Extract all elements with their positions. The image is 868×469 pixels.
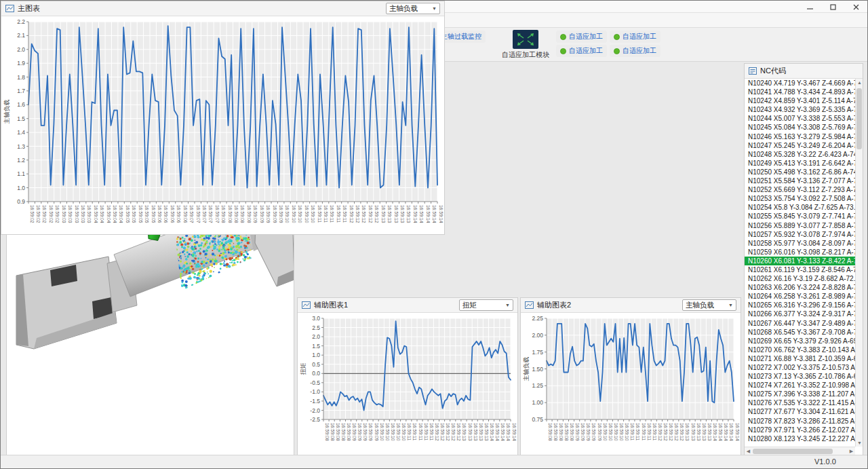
svg-text:16:59:08: 16:59:08 [325,423,330,441]
nc-line[interactable]: N10240 X4.719 Y-3.467 Z-4.669 A-76.396 [745,79,855,88]
nc-line[interactable]: N10271 X6.88 Y-3.381 Z-10.359 A-68.711 [745,354,855,363]
nc-line[interactable]: N10265 X6.316 Y-3.296 Z-9.156 A-71.771 [745,301,855,309]
line-chart-icon [5,5,14,12]
adaptive-badge[interactable]: 自适应加工 [610,31,660,43]
svg-text:16:59:14: 16:59:14 [512,423,517,441]
svg-text:16:59:12: 16:59:12 [679,423,684,441]
svg-text:16:59:10: 16:59:10 [625,423,629,441]
svg-text:1.25: 1.25 [532,382,543,389]
nc-line[interactable]: N10278 X7.823 Y-3.286 Z-11.825 A-63.73 [745,417,855,426]
svg-text:16:59:11: 16:59:11 [647,423,652,440]
nc-line[interactable]: N10251 X5.584 Y-3.136 Z-7.077 A-74.012 [745,176,855,185]
nc-line[interactable]: N10250 X5.498 Y-3.162 Z-6.86 A-74.178 C [745,168,855,176]
close-button[interactable] [844,1,867,13]
minimize-button[interactable] [798,1,821,13]
svg-text:16:59:14: 16:59:14 [413,205,418,223]
svg-text:16:59:13: 16:59:13 [468,423,473,441]
nc-line[interactable]: N10248 X5.328 Y-3.22 Z-6.423 A-74.52 C [745,150,855,159]
status-dot-icon [560,34,566,40]
nc-line[interactable]: N10243 X4.932 Y-3.369 Z-5.335 A-75.523 [745,105,855,114]
chevron-down-icon: ▼ [432,6,437,11]
main-chart-signal-dropdown[interactable]: 主轴负载 ▼ [386,3,440,14]
nc-line[interactable]: N10244 X5.007 Y-3.338 Z-5.553 A-75.297 [745,114,855,123]
svg-text:16:59:09: 16:59:09 [580,423,585,441]
adaptive-badge[interactable]: 自适应加工 [610,45,660,57]
nc-line[interactable]: N10254 X5.8 Y-3.084 Z-7.625 A-73.571 C [745,203,855,212]
main-chart-area: 主图表 主轴负载 ▼ 0.91.01.11.21.31.41.51.61.71.… [1,1,445,235]
nc-line[interactable]: N10247 X5.245 Y-3.249 Z-6.204 A-74.701 [745,141,855,150]
nc-line[interactable]: N10242 X4.859 Y-3.401 Z-5.114 A-75.775 [745,96,855,105]
nc-code-list[interactable]: N10240 X4.719 Y-3.467 Z-4.669 A-76.396N1… [745,79,855,447]
svg-text:16:59:13: 16:59:13 [696,423,701,441]
nc-line[interactable]: N10253 X5.754 Y-3.092 Z-7.508 A-73.677 [745,194,855,203]
svg-text:16:59:03: 16:59:03 [68,205,73,223]
svg-text:16:59:09: 16:59:09 [374,423,379,441]
nc-line[interactable]: N10259 X6.016 Y-3.098 Z-8.217 A-73.036 [745,248,855,257]
svg-text:1.4: 1.4 [17,129,25,136]
nc-line[interactable]: N10274 X7.261 Y-3.352 Z-10.998 A-66.67 [745,381,855,390]
scroll-left-icon[interactable]: ◀ [745,447,752,455]
nc-line[interactable]: N10280 X8.123 Y-3.245 Z-12.227 A-62.23 [745,434,855,443]
svg-text:16:59:14: 16:59:14 [735,423,740,441]
nc-line[interactable]: N10264 X6.258 Y-3.261 Z-8.989 A-72.072 [745,292,855,301]
svg-text:扭矩: 扭矩 [300,363,307,375]
nc-vscroll-thumb[interactable] [856,88,862,149]
nc-line[interactable]: N10270 X6.762 Y-3.383 Z-10.143 A-69.34 [745,345,855,354]
nc-line[interactable]: N10269 X6.65 Y-3.379 Z-9.926 A-69.947 C [745,337,855,345]
scroll-right-icon[interactable]: ▶ [848,447,855,455]
nc-line[interactable]: N10266 X6.377 Y-3.324 Z-9.317 A-71.443 [745,309,855,318]
svg-text:16:59:10: 16:59:10 [385,423,390,441]
svg-text:16:59:12: 16:59:12 [658,423,663,441]
nc-line[interactable]: N10268 X6.545 Y-3.367 Z-9.708 A-70.519 [745,328,855,337]
svg-text:16:59:10: 16:59:10 [608,423,613,441]
nc-line[interactable]: N10277 X7.677 Y-3.304 Z-11.621 A-64.48 [745,407,855,416]
nc-line[interactable]: N10245 X5.084 Y-3.308 Z-5.769 A-75.088 [745,123,855,132]
nc-line[interactable]: N10249 X5.413 Y-3.191 Z-6.642 A-74.346 [745,159,855,168]
svg-text:主轴负载: 主轴负载 [3,100,10,124]
nc-hscroll-thumb[interactable] [753,449,833,454]
nc-line[interactable]: N10241 X4.788 Y-3.434 Z-4.893 A-76.062 [745,88,855,96]
nc-line[interactable]: N10261 X6.119 Y-3.159 Z-8.546 A-72.701 [745,265,855,274]
svg-text:3.0: 3.0 [312,315,320,322]
nc-line[interactable]: N10272 X7.002 Y-3.375 Z-10.573 A-68.05 [745,363,855,372]
nc-line[interactable]: N10263 X6.206 Y-3.224 Z-8.828 A-72.33 C [745,283,855,292]
svg-text:16:59:10: 16:59:10 [614,423,618,441]
nc-line[interactable]: N10267 X6.447 Y-3.347 Z-9.489 A-71.055 [745,319,855,328]
adaptive-module-icon [513,30,538,49]
scroll-up-icon[interactable]: ▲ [856,79,863,86]
svg-text:1.50: 1.50 [532,366,543,373]
nc-line[interactable]: N10257 X5.932 Y-3.078 Z-7.974 A-73.243 [745,230,855,239]
adaptive-badge[interactable]: 自适应加工 [556,45,607,57]
line-chart-icon [525,301,534,309]
svg-text:16:59:10: 16:59:10 [396,423,401,441]
svg-text:16:59:05: 16:59:05 [138,205,143,223]
svg-text:16:59:13: 16:59:13 [387,205,392,223]
svg-text:16:59:07: 16:59:07 [202,205,207,223]
svg-text:-1.5: -1.5 [310,398,320,405]
svg-text:16:59:03: 16:59:03 [75,205,79,223]
scroll-down-icon[interactable]: ▼ [856,439,863,447]
nc-line[interactable]: N10258 X5.977 Y-3.084 Z-8.097 A-73.138 [745,239,855,248]
adaptive-module-block[interactable]: 自适应加工模块 [502,30,549,60]
nc-line[interactable]: N10273 X7.13 Y-3.365 Z-10.786 A-67.372 [745,372,855,381]
nc-line[interactable]: N10262 X6.16 Y-3.19 Z-8.682 A-72.534 C [745,274,855,283]
maximize-button[interactable] [821,1,844,13]
nc-line[interactable]: N10275 X7.396 Y-3.338 Z-11.207 A-65.95 [745,390,855,398]
nc-line[interactable]: N10279 X7.971 Y-3.266 Z-12.027 A-62.98 [745,426,855,434]
nc-horizontal-scrollbar[interactable]: ◀ ▶ [745,447,855,455]
adaptive-badge[interactable]: 自适应加工 [556,31,607,43]
nc-line[interactable]: N10256 X5.889 Y-3.077 Z-7.858 A-73.348 [745,221,855,230]
nc-line-selected[interactable]: N10260 X6.081 Y-3.133 Z-8.422 A-72.835 [745,257,855,265]
svg-text:16:59:09: 16:59:09 [357,423,362,441]
svg-text:16:59:04: 16:59:04 [94,205,98,223]
nc-vertical-scrollbar[interactable]: ▲ ▼ [855,79,863,447]
nc-line[interactable]: N10252 X5.669 Y-3.112 Z-7.293 A-73.844 [745,185,855,194]
svg-text:16:59:14: 16:59:14 [490,423,494,441]
nc-line[interactable]: N10255 X5.845 Y-3.079 Z-7.741 A-73.458 [745,212,855,221]
aux-chart1-signal-dropdown[interactable]: 扭矩 ▼ [459,299,513,311]
svg-text:16:59:10: 16:59:10 [380,423,384,441]
svg-text:16:59:13: 16:59:13 [406,205,411,223]
aux-chart2-signal-dropdown[interactable]: 主轴负载 ▼ [682,299,736,311]
nc-line[interactable]: N10276 X7.535 Y-3.322 Z-11.415 A-65.22 [745,398,855,407]
nc-line[interactable]: N10246 X5.163 Y-3.279 Z-5.984 A-74.892 [745,132,855,141]
